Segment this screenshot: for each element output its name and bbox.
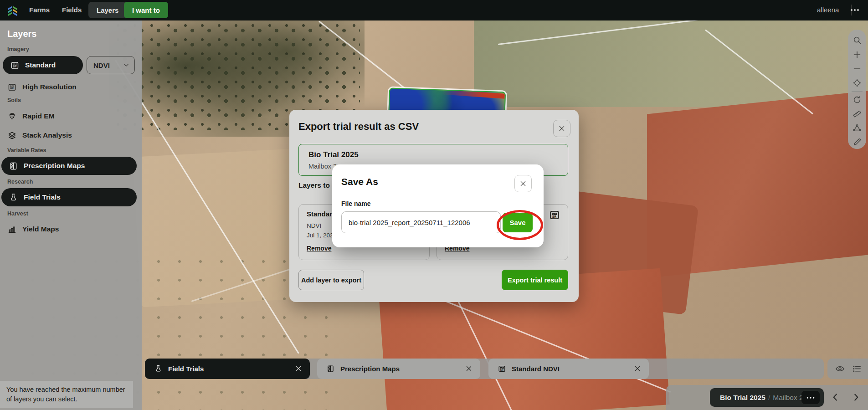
sidebar-item-high-resolution[interactable]: HR High Resolution [0, 78, 77, 96]
close-icon[interactable] [514, 175, 532, 192]
tab-bar-controls [827, 359, 868, 379]
bottom-tab-bar: Field Trials Prescription Maps SR Standa… [145, 359, 824, 379]
sidebar-item-label: Stack Analysis [22, 131, 72, 139]
save-button[interactable]: Save [503, 213, 533, 232]
em-sensor-icon [7, 112, 17, 121]
sidebar-item-field-trials[interactable]: Field Trials [1, 188, 137, 206]
svg-text:SR: SR [13, 65, 16, 68]
sr-icon: SR [10, 61, 20, 70]
trial-name: Bio Trial 2025 [720, 394, 765, 402]
flask-icon [9, 193, 18, 202]
close-icon[interactable] [294, 364, 303, 373]
close-icon[interactable] [465, 364, 473, 373]
rotate-icon[interactable] [852, 95, 862, 105]
sidebar-item-yield-maps[interactable]: Yield Maps [0, 220, 59, 238]
locate-icon[interactable] [852, 78, 862, 88]
trial-name: Bio Trial 2025 [308, 150, 359, 159]
app-logo[interactable] [5, 3, 20, 17]
sr-icon: SR [498, 364, 506, 373]
flask-icon [154, 364, 163, 373]
tab-label: Field Trials [168, 365, 204, 373]
eye-icon[interactable] [835, 364, 845, 374]
svg-text:SR: SR [552, 215, 556, 218]
sidebar-item-label: High Resolution [22, 83, 77, 91]
draw-pencil-icon[interactable] [852, 137, 862, 147]
section-label-harvest: Harvest [7, 210, 28, 217]
more-dots-icon[interactable] [801, 391, 820, 404]
dialog-title: Export trial result as CSV [298, 121, 419, 133]
sidebar-item-standard[interactable]: SR Standard [3, 56, 83, 74]
sidebar-title: Layers [7, 29, 37, 39]
breadcrumb-separator: / [768, 394, 770, 402]
layer-subtitle: NDVI [307, 222, 321, 229]
search-icon[interactable] [852, 35, 862, 45]
close-icon[interactable] [553, 120, 570, 137]
close-icon[interactable] [633, 364, 642, 373]
zoom-out-icon[interactable] [852, 64, 862, 74]
sr-icon: SR [549, 209, 560, 221]
sidebar-item-label: Standard [25, 61, 56, 69]
active-trial-pill[interactable]: Bio Trial 2025 / Mailbox 2 [710, 388, 824, 407]
map-toolbar [848, 30, 866, 149]
nav-i-want-to-button[interactable]: I want to [124, 2, 168, 18]
nav-i-want-to-label: I want to [132, 6, 160, 14]
bar-chart-icon [7, 225, 17, 234]
chevron-left-icon[interactable] [829, 391, 841, 403]
export-trial-result-button[interactable]: Export trial result [502, 270, 568, 290]
trial-navigation-panel: Bio Trial 2025 / Mailbox 2 [666, 385, 868, 410]
section-label-variable-rates: Variable Rates [7, 147, 46, 154]
export-label: Export trial result [508, 277, 562, 284]
sidebar-item-rapid-em[interactable]: Rapid EM [0, 107, 55, 125]
remove-layer-link[interactable]: Remove [307, 245, 331, 252]
nav-farms[interactable]: Farms [23, 6, 56, 14]
sidebar-item-prescription-maps[interactable]: Prescription Maps [1, 157, 137, 175]
tab-field-trials[interactable]: Field Trials [145, 359, 310, 379]
map-olive-field [474, 20, 868, 107]
file-name-input[interactable] [341, 211, 501, 233]
sidebar-item-label: Prescription Maps [24, 162, 85, 170]
toolbar-divider [852, 91, 863, 92]
prescription-map-icon [9, 161, 18, 171]
tab-standard-ndvi[interactable]: SR Standard NDVI [488, 359, 649, 379]
sidebar-item-label: Rapid EM [22, 112, 55, 120]
layers-stack-icon [7, 131, 17, 140]
hr-icon: HR [7, 82, 17, 92]
layers-sidebar: Layers Imagery SR Standard NDVI HR [0, 20, 142, 410]
file-name-label: File name [341, 200, 371, 207]
tab-prescription-maps[interactable]: Prescription Maps [317, 359, 480, 379]
dialog-title: Save As [341, 176, 378, 187]
svg-text:HR: HR [10, 87, 14, 90]
section-label-soils: Soils [7, 97, 21, 103]
trial-field-name: Mailbox 2 [773, 394, 803, 402]
add-layer-button[interactable]: Add layer to export [298, 270, 364, 290]
save-as-dialog: Save As File name Save [332, 164, 544, 247]
polygon-icon[interactable] [852, 123, 862, 133]
section-label-imagery: Imagery [7, 46, 29, 52]
chevron-right-icon[interactable] [850, 391, 862, 403]
user-name[interactable]: alleena [817, 6, 839, 14]
ndvi-dropdown-value: NDVI [93, 62, 110, 69]
top-navigation: Farms Fields Layers I want to alleena [0, 0, 868, 20]
tab-label: Standard NDVI [512, 365, 560, 373]
zoom-in-icon[interactable] [852, 50, 862, 60]
sidebar-item-label: Yield Maps [22, 225, 59, 233]
prescription-map-icon [326, 364, 335, 373]
nav-fields[interactable]: Fields [56, 6, 88, 14]
nav-layers-label: Layers [97, 6, 118, 14]
chevron-down-icon [123, 62, 130, 69]
ndvi-dropdown[interactable]: NDVI [87, 56, 135, 74]
more-menu-icon[interactable] [849, 5, 860, 15]
list-icon[interactable] [852, 364, 862, 374]
measure-ruler-icon[interactable] [852, 109, 862, 119]
tab-label: Prescription Maps [340, 365, 400, 373]
max-layers-notice: You have reached the maximum number of l… [0, 381, 133, 408]
add-layer-label: Add layer to export [301, 277, 361, 284]
section-label-research: Research [7, 179, 33, 185]
sidebar-item-label: Field Trials [24, 193, 61, 201]
sidebar-item-stack-analysis[interactable]: Stack Analysis [0, 126, 72, 144]
svg-text:SR: SR [500, 369, 503, 371]
nav-layers-button[interactable]: Layers [88, 2, 127, 18]
